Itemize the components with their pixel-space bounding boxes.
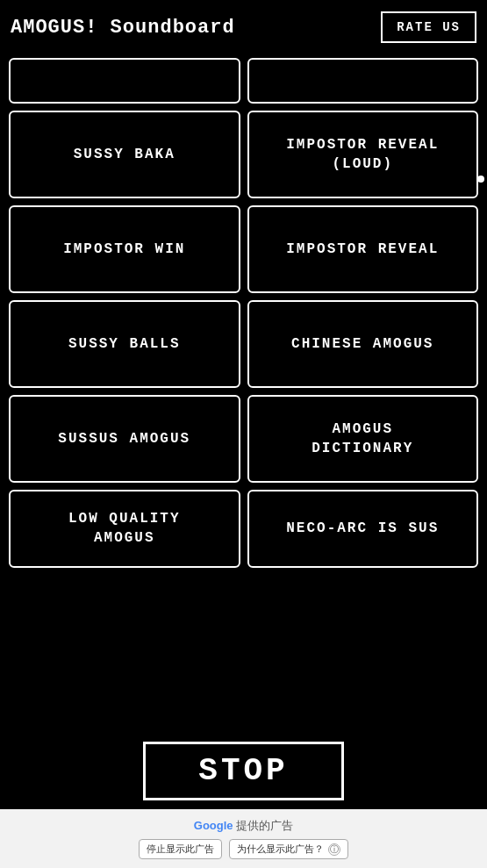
stop-bar: STOP	[0, 735, 487, 809]
sound-button-partial-left[interactable]	[9, 58, 240, 104]
sound-button-amogus-dictionary[interactable]: AMOGUS DICTIONARY	[247, 395, 479, 483]
sound-button-sussy-baka[interactable]: SUSSY BAKA	[9, 111, 240, 198]
sound-button-impostor-win[interactable]: IMPOSTOR WIN	[9, 205, 240, 293]
header: AMOGUS! Soundboard RATE US	[0, 0, 487, 54]
sound-button-sussy-balls[interactable]: SUSSY BALLS	[9, 300, 240, 388]
sound-button-partial-right[interactable]	[247, 58, 479, 104]
sound-button-neco-arc-is-sus[interactable]: NECO-ARC IS SUS	[247, 490, 479, 568]
rate-us-button[interactable]: RATE US	[381, 11, 476, 43]
sound-button-sussus-amogus[interactable]: SUSSUS AMOGUS	[9, 395, 240, 483]
ad-buttons-row: 停止显示此广告 为什么显示此广告？ ⓘ	[139, 839, 348, 859]
stop-showing-ad-button[interactable]: 停止显示此广告	[139, 839, 222, 859]
scrollbar-indicator	[477, 176, 484, 183]
why-showing-button[interactable]: 为什么显示此广告？ ⓘ	[229, 839, 348, 859]
ad-provided-text: 提供的广告	[233, 819, 294, 832]
sound-button-chinese-amogus[interactable]: CHINESE AMOGUS	[247, 300, 479, 388]
sound-grid: SUSSY BAKA IMPOSTOR REVEAL (LOUD) IMPOST…	[0, 54, 487, 575]
ad-banner: Google 提供的广告 停止显示此广告 为什么显示此广告？ ⓘ	[0, 809, 487, 868]
google-text: Google	[194, 819, 233, 832]
ad-label: Google 提供的广告	[194, 818, 293, 834]
stop-button[interactable]: STOP	[143, 742, 343, 800]
sound-button-low-quality-amogus[interactable]: LOW QUALITY AMOGUS	[9, 490, 240, 568]
ad-info-icon[interactable]: ⓘ	[328, 843, 340, 856]
app-title: AMOGUS! Soundboard	[11, 17, 235, 39]
sound-button-impostor-reveal-loud[interactable]: IMPOSTOR REVEAL (LOUD)	[247, 111, 479, 198]
sound-button-impostor-reveal[interactable]: IMPOSTOR REVEAL	[247, 205, 479, 293]
